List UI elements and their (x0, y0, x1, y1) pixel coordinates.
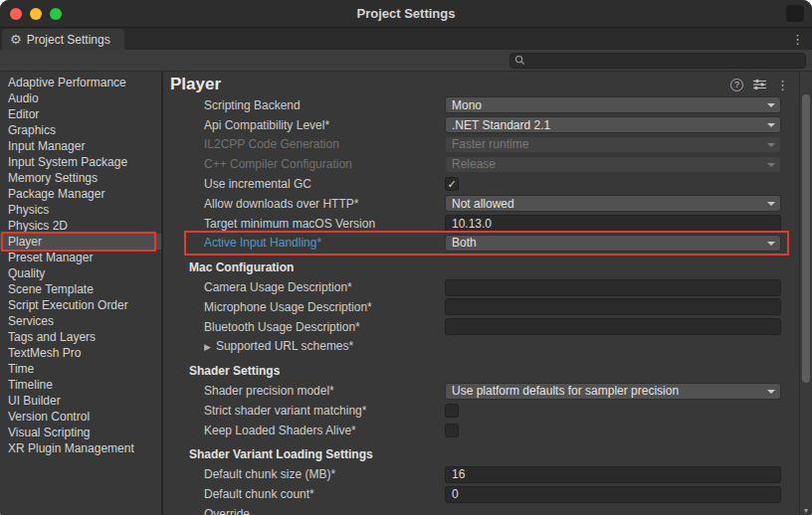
search-input[interactable] (529, 55, 801, 67)
setting-label-text: Keep Loaded Shaders Alive* (204, 424, 356, 437)
dropdown-arrow-icon (767, 242, 775, 246)
setting-row-active-input-handling: Active Input Handling*Both (163, 234, 799, 254)
settings-category-list: Adaptive PerformanceAudioEditorGraphicsI… (0, 72, 161, 515)
sidebar-item-physics[interactable]: Physics (0, 202, 161, 218)
setting-label-text: Strict shader variant matching* (204, 404, 366, 418)
setting-label-target-minimum-macos-version: Target minimum macOS Version (204, 217, 445, 231)
sidebar-item-timeline[interactable]: Timeline (0, 377, 161, 393)
textfield-default-chunk-size-mb[interactable]: 16 (445, 466, 781, 483)
dropdown-value: Not allowed (452, 197, 514, 211)
sidebar-item-script-execution-order[interactable]: Script Execution Order (0, 297, 161, 313)
dropdown-value: Faster runtime (452, 137, 528, 151)
textfield-target-minimum-macos-version[interactable]: 10.13.0 (445, 215, 781, 232)
setting-label-text: Camera Usage Description* (204, 280, 352, 294)
sidebar-item-package-manager[interactable]: Package Manager (0, 186, 161, 202)
sidebar-item-preset-manager[interactable]: Preset Manager (0, 250, 161, 265)
sidebar-item-graphics[interactable]: Graphics (0, 122, 161, 138)
setting-row-default-chunk-count: Default chunk count*0 (163, 484, 799, 504)
setting-label-shader-variant-loading-settings: Shader Variant Loading Settings (189, 447, 373, 461)
dropdown-arrow-icon (767, 143, 775, 147)
checkbox-use-incremental-gc[interactable]: ✓ (445, 177, 459, 191)
tabbar-kebab-menu-icon[interactable]: ⋮ (791, 32, 804, 47)
tab-label: Project Settings (27, 33, 110, 47)
sidebar-item-visual-scripting[interactable]: Visual Scripting (0, 425, 161, 440)
setting-label-text: Default chunk count* (204, 487, 314, 501)
textfield-camera-usage-description[interactable] (445, 279, 781, 296)
setting-label-microphone-usage-description: Microphone Usage Description* (204, 300, 445, 314)
setting-label-strict-shader-variant-matching: Strict shader variant matching* (204, 404, 445, 418)
sidebar-item-editor[interactable]: Editor (0, 106, 161, 122)
setting-label-scripting-backend: Scripting Backend (204, 98, 445, 112)
checkbox-strict-shader-variant-matching[interactable] (445, 404, 459, 418)
setting-label-text: Shader Settings (189, 364, 280, 378)
sidebar-item-version-control[interactable]: Version Control (0, 409, 161, 425)
scroll-down-arrow-icon[interactable]: ▼ (800, 507, 812, 514)
setting-label-text: Supported URL schemes* (216, 339, 353, 353)
dropdown-api-compatibility-level[interactable]: .NET Standard 2.1 (445, 116, 781, 133)
setting-label-text: Allow downloads over HTTP* (204, 197, 358, 211)
dropdown-il2cpp-code-generation: Faster runtime (445, 136, 781, 153)
sidebar-item-textmesh-pro[interactable]: TextMesh Pro (0, 345, 161, 361)
sidebar-item-input-system-package[interactable]: Input System Package (0, 154, 161, 170)
dropdown-active-input-handling[interactable]: Both (445, 235, 781, 252)
panel-header-icons: ? ⋮ (730, 78, 789, 92)
dropdown-arrow-icon (767, 163, 775, 167)
search-icon (514, 55, 525, 66)
titlebar-extra-button[interactable] (786, 5, 804, 22)
dropdown-value: Both (452, 236, 477, 250)
page-title: Player (170, 75, 221, 94)
sidebar-item-scene-template[interactable]: Scene Template (0, 281, 161, 297)
titlebar: Project Settings (0, 0, 812, 28)
setting-label-allow-downloads-over-http: Allow downloads over HTTP* (204, 197, 445, 211)
setting-label-text: Api Compatibility Level* (204, 118, 329, 132)
tab-bar: ⚙ Project Settings ⋮ (0, 28, 812, 50)
sidebar-item-player[interactable]: Player (0, 234, 161, 250)
search-field[interactable] (509, 53, 806, 69)
setting-label-default-chunk-count: Default chunk count* (204, 487, 445, 501)
sidebar-item-ui-builder[interactable]: UI Builder (0, 393, 161, 409)
textfield-default-chunk-count[interactable]: 0 (445, 486, 781, 503)
help-icon[interactable]: ? (730, 79, 743, 91)
setting-row-target-minimum-macos-version: Target minimum macOS Version10.13.0 (163, 214, 799, 234)
setting-row-shader-precision-model: Shader precision model*Use platform defa… (163, 381, 799, 401)
close-window-button[interactable] (10, 8, 22, 20)
sidebar-item-physics-2d[interactable]: Physics 2D (0, 218, 161, 234)
foldout-arrow-icon[interactable]: ▶ (204, 342, 211, 352)
window-title: Project Settings (0, 6, 812, 21)
setting-label-text: Mac Configuration (189, 260, 294, 274)
sidebar-item-adaptive-performance[interactable]: Adaptive Performance (0, 75, 161, 90)
setting-label-text: Scripting Backend (204, 98, 301, 112)
sidebar-item-services[interactable]: Services (0, 313, 161, 329)
textfield-value: 0 (452, 487, 459, 501)
setting-label-camera-usage-description: Camera Usage Description* (204, 280, 445, 294)
setting-label-supported-url-schemes[interactable]: ▶Supported URL schemes* (204, 339, 445, 353)
setting-row-mac-configuration: Mac Configuration (163, 258, 799, 277)
minimize-window-button[interactable] (30, 8, 42, 20)
sidebar-item-tags-and-layers[interactable]: Tags and Layers (0, 329, 161, 345)
setting-label-text: Target minimum macOS Version (204, 217, 375, 231)
tab-project-settings[interactable]: ⚙ Project Settings (2, 29, 124, 50)
sidebar-item-xr-plugin-management[interactable]: XR Plugin Management (0, 440, 161, 456)
traffic-lights (0, 8, 62, 20)
scrollbar-thumb[interactable] (802, 94, 810, 383)
settings-rows: Scripting BackendMonoApi Compatibility L… (163, 95, 799, 515)
sidebar-item-memory-settings[interactable]: Memory Settings (0, 170, 161, 186)
sidebar-item-time[interactable]: Time (0, 361, 161, 377)
zoom-window-button[interactable] (50, 8, 62, 20)
presets-icon[interactable] (752, 79, 767, 90)
sidebar-item-audio[interactable]: Audio (0, 90, 161, 106)
window-body: Adaptive PerformanceAudioEditorGraphicsI… (0, 72, 812, 515)
dropdown-shader-precision-model[interactable]: Use platform defaults for sampler precis… (445, 383, 781, 400)
sidebar-item-input-manager[interactable]: Input Manager (0, 138, 161, 154)
textfield-bluetooth-usage-description[interactable] (445, 318, 781, 335)
setting-label-c-compiler-configuration: C++ Compiler Configuration (204, 157, 445, 171)
sidebar-item-quality[interactable]: Quality (0, 265, 161, 281)
checkbox-keep-loaded-shaders-alive[interactable] (445, 424, 459, 437)
dropdown-allow-downloads-over-http[interactable]: Not allowed (445, 195, 781, 212)
setting-label-keep-loaded-shaders-alive: Keep Loaded Shaders Alive* (204, 424, 445, 437)
dropdown-scripting-backend[interactable]: Mono (445, 96, 781, 113)
textfield-microphone-usage-description[interactable] (445, 298, 781, 315)
panel-kebab-menu-icon[interactable]: ⋮ (776, 78, 789, 92)
vertical-scrollbar[interactable]: ▼ (799, 72, 812, 515)
dropdown-arrow-icon (767, 390, 775, 394)
